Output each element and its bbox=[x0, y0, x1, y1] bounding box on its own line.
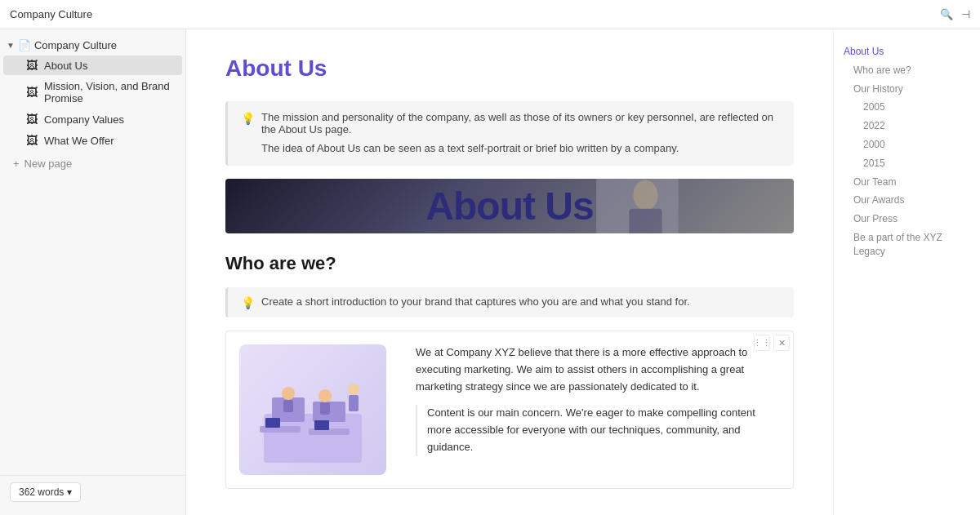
top-bar-icons: 🔍 ⊣ bbox=[940, 8, 970, 20]
toc-item-legacy[interactable]: Be a part of the XYZ Legacy bbox=[844, 229, 970, 261]
svg-rect-11 bbox=[349, 395, 359, 411]
intro-callout: 💡 The mission and personality of the com… bbox=[225, 101, 794, 166]
page-icon-about-us: 🖼 bbox=[26, 59, 39, 72]
page-icon-mission: 🖼 bbox=[26, 86, 39, 99]
page-icon-offer: 🖼 bbox=[26, 134, 39, 147]
sidebar-item-offer[interactable]: 🖼 What We Offer bbox=[3, 131, 182, 150]
svg-rect-15 bbox=[314, 420, 329, 430]
page-title: About Us bbox=[225, 55, 794, 82]
callout-text-1: The mission and personality of the compa… bbox=[261, 111, 781, 135]
toc-item-history[interactable]: Our History bbox=[844, 80, 970, 99]
word-count-value: 362 words bbox=[19, 486, 64, 498]
team-illustration bbox=[239, 344, 386, 475]
two-col-block: ⋮⋮ ✕ bbox=[225, 331, 794, 489]
toc-item-2005[interactable]: 2005 bbox=[844, 98, 970, 117]
hero-image-text: About Us bbox=[425, 184, 593, 229]
block-controls: ⋮⋮ ✕ bbox=[754, 335, 790, 351]
sidebar-root[interactable]: ▼ 📄 Company Culture bbox=[0, 36, 185, 55]
top-bar: Company Culture 🔍 ⊣ bbox=[0, 0, 980, 29]
sidebar-root-icon: 📄 bbox=[18, 39, 31, 51]
word-count-bar: 362 words ▾ bbox=[0, 475, 185, 508]
toc-item-team[interactable]: Our Team bbox=[844, 173, 970, 192]
main-layout: ▼ 📄 Company Culture 🖼 About Us 🖼 Mission… bbox=[0, 29, 980, 515]
hero-image-block: About Us bbox=[225, 179, 794, 233]
svg-point-1 bbox=[634, 180, 658, 211]
callout-text-2: The idea of About Us can be seen as a te… bbox=[261, 142, 679, 154]
trash-icon[interactable]: ✕ bbox=[773, 335, 790, 351]
sidebar: ▼ 📄 Company Culture 🖼 About Us 🖼 Mission… bbox=[0, 29, 186, 515]
toc-item-press[interactable]: Our Press bbox=[844, 210, 970, 229]
who-are-we-heading: Who are we? bbox=[225, 253, 794, 274]
two-col-left bbox=[239, 344, 403, 475]
content-wrapper: About Us 💡 The mission and personality o… bbox=[186, 29, 980, 515]
lightbulb-icon-3: 💡 bbox=[241, 296, 255, 309]
body-text-2: Content is our main concern. We're eager… bbox=[416, 405, 780, 455]
sidebar-label-mission: Mission, Vision, and Brand Promise bbox=[44, 80, 176, 104]
toc-item-2022[interactable]: 2022 bbox=[844, 117, 970, 135]
sidebar-item-about-us[interactable]: 🖼 About Us bbox=[3, 55, 182, 75]
toc-item-about-us[interactable]: About Us bbox=[844, 42, 970, 61]
page-icon-values: 🖼 bbox=[26, 113, 39, 126]
svg-rect-2 bbox=[630, 209, 662, 233]
sidebar-label-offer: What We Offer bbox=[44, 135, 114, 147]
sidebar-root-label: Company Culture bbox=[34, 39, 117, 51]
toc-panel: About Us Who are we? Our History 2005 20… bbox=[833, 29, 980, 515]
body-text-1: We at Company XYZ believe that there is … bbox=[416, 344, 780, 395]
sidebar-item-values[interactable]: 🖼 Company Values bbox=[3, 109, 182, 129]
sidebar-label-values: Company Values bbox=[44, 113, 124, 126]
new-page-button[interactable]: + New page bbox=[0, 154, 185, 173]
svg-rect-10 bbox=[320, 402, 330, 415]
svg-point-7 bbox=[318, 389, 332, 402]
svg-point-6 bbox=[282, 387, 295, 400]
grid-icon[interactable]: ⋮⋮ bbox=[754, 335, 770, 351]
sidebar-item-mission[interactable]: 🖼 Mission, Vision, and Brand Promise bbox=[3, 77, 182, 108]
who-callout: 💡 Create a short introduction to your br… bbox=[225, 287, 794, 317]
word-count-button[interactable]: 362 words ▾ bbox=[10, 482, 81, 502]
svg-rect-9 bbox=[283, 400, 293, 412]
plus-icon: + bbox=[13, 158, 20, 170]
sidebar-label-about-us: About Us bbox=[44, 60, 87, 72]
new-page-label: New page bbox=[24, 158, 73, 170]
svg-rect-14 bbox=[265, 418, 280, 428]
content-area: About Us 💡 The mission and personality o… bbox=[186, 29, 833, 515]
lightbulb-icon: 💡 bbox=[241, 112, 255, 125]
toc-item-who[interactable]: Who are we? bbox=[844, 61, 970, 80]
toc-item-2000[interactable]: 2000 bbox=[844, 135, 970, 154]
search-icon[interactable]: 🔍 bbox=[940, 8, 953, 20]
chevron-down-icon: ▾ bbox=[67, 486, 72, 498]
two-col-right: We at Company XYZ believe that there is … bbox=[416, 344, 780, 475]
menu-icon[interactable]: ⊣ bbox=[961, 8, 970, 20]
toc-item-2015[interactable]: 2015 bbox=[844, 154, 970, 173]
svg-point-8 bbox=[348, 384, 359, 395]
callout-row-1: 💡 The mission and personality of the com… bbox=[241, 111, 781, 135]
toc-item-awards[interactable]: Our Awards bbox=[844, 191, 970, 210]
callout-row-2: 💡 The idea of About Us can be seen as a … bbox=[241, 142, 781, 156]
app-title: Company Culture bbox=[10, 8, 92, 20]
chevron-down-icon: ▼ bbox=[7, 41, 15, 50]
who-callout-text: Create a short introduction to your bran… bbox=[261, 295, 690, 308]
